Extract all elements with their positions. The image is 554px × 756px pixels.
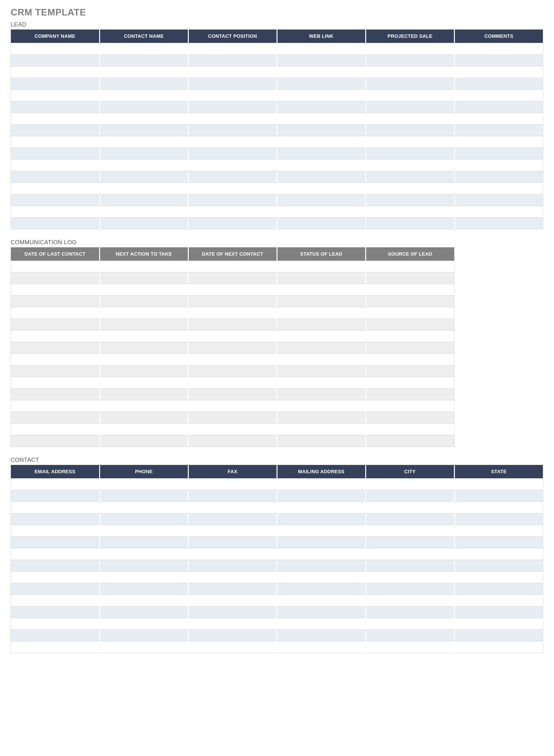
table-cell[interactable]: [277, 400, 366, 412]
table-cell[interactable]: [100, 206, 188, 217]
table-cell[interactable]: [277, 525, 366, 536]
table-cell[interactable]: [366, 90, 454, 101]
table-cell[interactable]: [100, 261, 188, 272]
table-cell[interactable]: [188, 641, 277, 653]
table-cell[interactable]: [366, 342, 454, 354]
table-cell[interactable]: [366, 194, 454, 206]
table-cell[interactable]: [188, 319, 277, 331]
table-cell[interactable]: [277, 583, 366, 595]
table-cell[interactable]: [11, 365, 100, 377]
table-cell[interactable]: [366, 66, 454, 78]
table-cell[interactable]: [100, 307, 188, 319]
table-cell[interactable]: [11, 113, 100, 124]
table-cell[interactable]: [11, 400, 100, 412]
table-cell[interactable]: [188, 124, 277, 136]
table-cell[interactable]: [100, 536, 188, 548]
table-cell[interactable]: [100, 423, 188, 435]
table-cell[interactable]: [11, 630, 100, 641]
table-cell[interactable]: [100, 478, 188, 490]
table-cell[interactable]: [277, 536, 366, 548]
table-cell[interactable]: [100, 217, 188, 229]
table-cell[interactable]: [366, 354, 454, 365]
table-cell[interactable]: [100, 78, 188, 90]
table-cell[interactable]: [100, 571, 188, 583]
table-cell[interactable]: [277, 171, 366, 182]
table-cell[interactable]: [100, 412, 188, 423]
table-cell[interactable]: [366, 365, 454, 377]
table-cell[interactable]: [277, 206, 366, 217]
table-cell[interactable]: [100, 606, 188, 618]
table-cell[interactable]: [366, 618, 454, 630]
table-cell[interactable]: [11, 412, 100, 423]
table-cell[interactable]: [277, 478, 366, 490]
table-cell[interactable]: [100, 365, 188, 377]
table-cell[interactable]: [454, 536, 543, 548]
table-cell[interactable]: [454, 124, 543, 136]
table-cell[interactable]: [188, 618, 277, 630]
table-cell[interactable]: [188, 284, 277, 296]
table-cell[interactable]: [100, 148, 188, 159]
table-cell[interactable]: [100, 55, 188, 66]
table-cell[interactable]: [11, 490, 100, 502]
table-cell[interactable]: [11, 319, 100, 331]
table-cell[interactable]: [366, 412, 454, 423]
table-cell[interactable]: [188, 502, 277, 513]
table-cell[interactable]: [277, 66, 366, 78]
table-cell[interactable]: [454, 194, 543, 206]
table-cell[interactable]: [277, 55, 366, 66]
table-cell[interactable]: [454, 101, 543, 113]
table-cell[interactable]: [100, 182, 188, 194]
table-cell[interactable]: [188, 490, 277, 502]
table-cell[interactable]: [100, 435, 188, 447]
table-cell[interactable]: [188, 159, 277, 171]
table-cell[interactable]: [100, 548, 188, 560]
table-cell[interactable]: [277, 630, 366, 641]
table-cell[interactable]: [100, 331, 188, 342]
table-cell[interactable]: [100, 389, 188, 400]
table-cell[interactable]: [454, 583, 543, 595]
table-cell[interactable]: [366, 136, 454, 148]
table-cell[interactable]: [454, 618, 543, 630]
table-cell[interactable]: [277, 377, 366, 389]
table-cell[interactable]: [277, 124, 366, 136]
table-cell[interactable]: [11, 377, 100, 389]
table-cell[interactable]: [188, 525, 277, 536]
table-cell[interactable]: [100, 159, 188, 171]
table-cell[interactable]: [366, 43, 454, 55]
table-cell[interactable]: [188, 66, 277, 78]
table-cell[interactable]: [11, 423, 100, 435]
table-cell[interactable]: [366, 217, 454, 229]
table-cell[interactable]: [277, 342, 366, 354]
table-cell[interactable]: [11, 90, 100, 101]
table-cell[interactable]: [188, 307, 277, 319]
table-cell[interactable]: [100, 272, 188, 284]
table-cell[interactable]: [11, 536, 100, 548]
table-cell[interactable]: [100, 124, 188, 136]
table-cell[interactable]: [188, 571, 277, 583]
table-cell[interactable]: [188, 354, 277, 365]
table-cell[interactable]: [277, 182, 366, 194]
table-cell[interactable]: [277, 217, 366, 229]
table-cell[interactable]: [188, 423, 277, 435]
table-cell[interactable]: [188, 101, 277, 113]
table-cell[interactable]: [277, 331, 366, 342]
table-cell[interactable]: [11, 217, 100, 229]
table-cell[interactable]: [11, 435, 100, 447]
table-cell[interactable]: [366, 171, 454, 182]
table-cell[interactable]: [100, 171, 188, 182]
table-cell[interactable]: [277, 261, 366, 272]
table-cell[interactable]: [454, 571, 543, 583]
table-cell[interactable]: [188, 595, 277, 606]
table-cell[interactable]: [188, 560, 277, 571]
table-cell[interactable]: [277, 435, 366, 447]
table-cell[interactable]: [188, 182, 277, 194]
table-cell[interactable]: [11, 641, 100, 653]
table-cell[interactable]: [11, 513, 100, 525]
table-cell[interactable]: [277, 148, 366, 159]
table-cell[interactable]: [366, 55, 454, 66]
table-cell[interactable]: [11, 354, 100, 365]
table-cell[interactable]: [366, 478, 454, 490]
table-cell[interactable]: [11, 595, 100, 606]
table-cell[interactable]: [11, 148, 100, 159]
table-cell[interactable]: [366, 124, 454, 136]
